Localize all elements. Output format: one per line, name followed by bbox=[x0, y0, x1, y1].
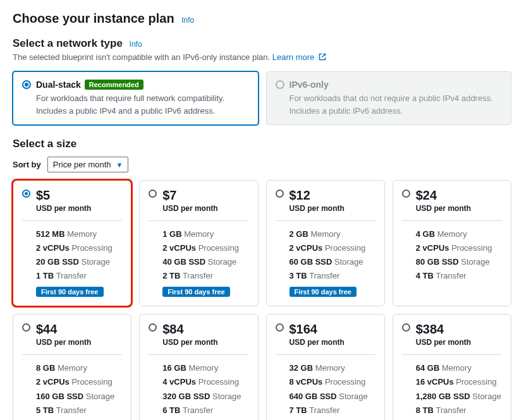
info-link-network[interactable]: Info bbox=[130, 40, 142, 49]
network-desc: The selected blueprint isn't compatible … bbox=[13, 52, 511, 63]
spec-transfer: 7 TB Transfer bbox=[289, 404, 375, 417]
plan-price: $164 bbox=[289, 322, 375, 337]
plan-specs: 8 GB Memory2 vCPUs Processing160 GB SSD … bbox=[36, 361, 122, 417]
spec-storage: 20 GB SSD Storage bbox=[36, 255, 122, 269]
plan-specs: 16 GB Memory4 vCPUs Processing320 GB SSD… bbox=[162, 361, 248, 417]
spec-storage: 80 GB SSD Storage bbox=[416, 255, 502, 269]
plan-card[interactable]: $164USD per month32 GB Memory8 vCPUs Pro… bbox=[266, 314, 385, 420]
plan-per-label: USD per month bbox=[416, 204, 502, 213]
network-type-title: Select a network type Info bbox=[13, 37, 511, 50]
spec-memory: 4 GB Memory bbox=[416, 227, 502, 241]
plan-per-label: USD per month bbox=[289, 204, 375, 213]
radio-icon bbox=[149, 323, 157, 332]
spec-transfer: 5 TB Transfer bbox=[36, 404, 122, 417]
page-title: Choose your instance plan Info bbox=[13, 11, 511, 26]
plan-per-label: USD per month bbox=[36, 204, 122, 213]
learn-more-link[interactable]: Learn more bbox=[272, 52, 326, 62]
plan-card[interactable]: $24USD per month4 GB Memory2 vCPUs Proce… bbox=[393, 180, 511, 306]
radio-icon bbox=[22, 323, 30, 332]
network-option-label: Dual-stackRecommended bbox=[36, 80, 249, 90]
plan-price: $24 bbox=[416, 188, 502, 203]
free-trial-badge: First 90 days free bbox=[289, 287, 357, 297]
plan-card[interactable]: $384USD per month64 GB Memory16 vCPUs Pr… bbox=[393, 314, 511, 420]
plan-specs: 512 MB Memory2 vCPUs Processing20 GB SSD… bbox=[36, 227, 122, 283]
radio-icon bbox=[22, 189, 30, 198]
free-trial-badge: First 90 days free bbox=[36, 287, 104, 297]
spec-processing: 4 vCPUs Processing bbox=[162, 375, 248, 389]
chevron-down-icon: ▼ bbox=[116, 161, 123, 169]
spec-transfer: 2 TB Transfer bbox=[162, 269, 248, 283]
spec-memory: 2 GB Memory bbox=[289, 227, 375, 241]
spec-transfer: 8 TB Transfer bbox=[416, 404, 502, 417]
plan-per-label: USD per month bbox=[416, 338, 502, 347]
external-link-icon bbox=[319, 53, 326, 63]
plan-price: $7 bbox=[162, 188, 248, 203]
spec-memory: 16 GB Memory bbox=[162, 361, 248, 375]
plan-per-label: USD per month bbox=[162, 338, 248, 347]
plan-specs: 32 GB Memory8 vCPUs Processing640 GB SSD… bbox=[289, 361, 375, 417]
network-option-desc: For workloads that do not require a publ… bbox=[289, 92, 503, 117]
plan-price: $384 bbox=[416, 322, 502, 337]
spec-transfer: 3 TB Transfer bbox=[289, 269, 375, 283]
plan-card[interactable]: $44USD per month8 GB Memory2 vCPUs Proce… bbox=[13, 314, 131, 420]
radio-icon bbox=[402, 189, 410, 198]
plan-specs: 64 GB Memory16 vCPUs Processing1,280 GB … bbox=[416, 361, 502, 417]
sort-by-value: Price per month bbox=[53, 160, 111, 169]
spec-processing: 8 vCPUs Processing bbox=[289, 375, 375, 389]
spec-processing: 16 vCPUs Processing bbox=[416, 375, 502, 389]
spec-storage: 40 GB SSD Storage bbox=[162, 255, 248, 269]
spec-transfer: 6 TB Transfer bbox=[162, 404, 248, 417]
radio-icon bbox=[22, 80, 31, 89]
sort-by-select[interactable]: Price per month ▼ bbox=[47, 157, 129, 172]
spec-memory: 32 GB Memory bbox=[289, 361, 375, 375]
radio-icon bbox=[276, 189, 284, 198]
radio-icon bbox=[276, 323, 284, 332]
spec-storage: 320 GB SSD Storage bbox=[162, 390, 248, 404]
plan-price: $44 bbox=[36, 322, 122, 337]
plan-price: $12 bbox=[289, 188, 375, 203]
sort-by-label: Sort by bbox=[13, 160, 41, 169]
spec-storage: 640 GB SSD Storage bbox=[289, 390, 375, 404]
plan-per-label: USD per month bbox=[36, 338, 122, 347]
plan-per-label: USD per month bbox=[162, 204, 248, 213]
recommended-badge: Recommended bbox=[85, 80, 143, 90]
network-option-ipv6-only: IPv6-onlyFor workloads that do not requi… bbox=[266, 71, 512, 125]
spec-processing: 2 vCPUs Processing bbox=[289, 241, 375, 255]
plan-specs: 2 GB Memory2 vCPUs Processing60 GB SSD S… bbox=[289, 227, 375, 283]
plan-card[interactable]: $5USD per month512 MB Memory2 vCPUs Proc… bbox=[13, 180, 131, 306]
spec-processing: 2 vCPUs Processing bbox=[416, 241, 502, 255]
free-trial-badge: First 90 days free bbox=[162, 287, 230, 297]
network-option-label: IPv6-only bbox=[289, 80, 503, 90]
spec-memory: 8 GB Memory bbox=[36, 361, 122, 375]
spec-transfer: 4 TB Transfer bbox=[416, 269, 502, 283]
spec-processing: 2 vCPUs Processing bbox=[36, 375, 122, 389]
spec-processing: 2 vCPUs Processing bbox=[162, 241, 248, 255]
network-option-desc: For workloads that require full network … bbox=[36, 92, 249, 117]
select-size-title: Select a size bbox=[13, 138, 511, 150]
spec-processing: 2 vCPUs Processing bbox=[36, 241, 122, 255]
network-option-dual-stack[interactable]: Dual-stackRecommendedFor workloads that … bbox=[13, 71, 259, 125]
plan-card[interactable]: $7USD per month1 GB Memory2 vCPUs Proces… bbox=[139, 180, 258, 306]
spec-storage: 1,280 GB SSD Storage bbox=[416, 390, 502, 404]
plan-price: $5 bbox=[36, 188, 122, 203]
spec-transfer: 1 TB Transfer bbox=[36, 269, 122, 283]
plan-specs: 1 GB Memory2 vCPUs Processing40 GB SSD S… bbox=[162, 227, 248, 283]
spec-memory: 64 GB Memory bbox=[416, 361, 502, 375]
plan-specs: 4 GB Memory2 vCPUs Processing80 GB SSD S… bbox=[416, 227, 502, 283]
spec-memory: 512 MB Memory bbox=[36, 227, 122, 241]
radio-icon bbox=[276, 80, 284, 89]
plan-price: $84 bbox=[162, 322, 248, 337]
info-link-plan[interactable]: Info bbox=[181, 16, 194, 25]
spec-storage: 160 GB SSD Storage bbox=[36, 390, 122, 404]
plan-card[interactable]: $12USD per month2 GB Memory2 vCPUs Proce… bbox=[266, 180, 385, 306]
spec-memory: 1 GB Memory bbox=[162, 227, 248, 241]
radio-icon bbox=[149, 189, 157, 198]
spec-storage: 60 GB SSD Storage bbox=[289, 255, 375, 269]
radio-icon bbox=[402, 323, 410, 332]
plan-per-label: USD per month bbox=[289, 338, 375, 347]
plan-card[interactable]: $84USD per month16 GB Memory4 vCPUs Proc… bbox=[139, 314, 258, 420]
